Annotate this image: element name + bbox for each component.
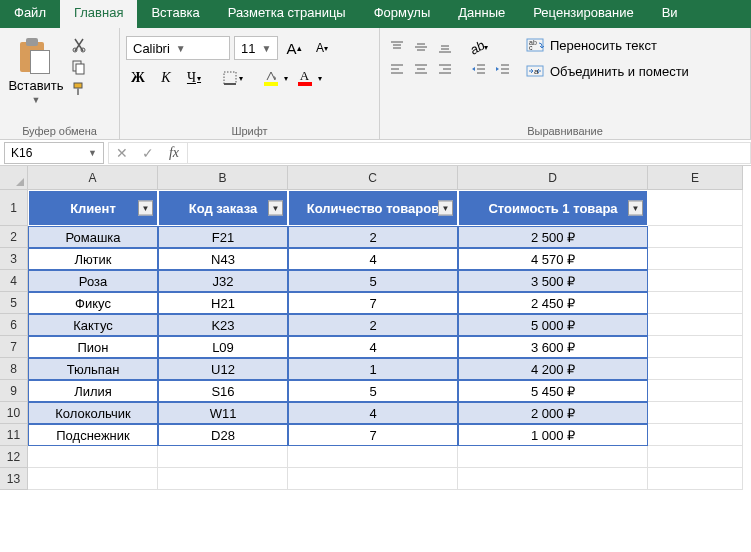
cell[interactable] xyxy=(648,190,743,226)
cell[interactable]: N43 xyxy=(158,248,288,270)
cell[interactable]: 4 200 ₽ xyxy=(458,358,648,380)
filter-dropdown-button[interactable]: ▼ xyxy=(438,201,453,216)
cell[interactable] xyxy=(648,226,743,248)
cell[interactable]: Тюльпан xyxy=(28,358,158,380)
cell[interactable] xyxy=(648,424,743,446)
font-name-combo[interactable]: Calibri▼ xyxy=(126,36,230,60)
cell[interactable]: 4 xyxy=(288,336,458,358)
align-center-button[interactable] xyxy=(410,58,432,80)
filter-dropdown-button[interactable]: ▼ xyxy=(628,201,643,216)
cell[interactable]: Клиент▼ xyxy=(28,190,158,226)
cell[interactable]: 5 xyxy=(288,380,458,402)
cell[interactable]: 3 600 ₽ xyxy=(458,336,648,358)
cell[interactable]: Подснежник xyxy=(28,424,158,446)
row-header[interactable]: 10 xyxy=(0,402,28,424)
copy-button[interactable] xyxy=(70,58,88,76)
column-header[interactable]: B xyxy=(158,166,288,190)
cell[interactable]: J32 xyxy=(158,270,288,292)
cell[interactable]: 3 500 ₽ xyxy=(458,270,648,292)
cell[interactable]: Количество товаров▼ xyxy=(288,190,458,226)
cell[interactable] xyxy=(648,358,743,380)
cell[interactable]: 4 570 ₽ xyxy=(458,248,648,270)
column-header[interactable]: E xyxy=(648,166,743,190)
align-bottom-button[interactable] xyxy=(434,36,456,58)
wrap-text-button[interactable]: abc Переносить текст xyxy=(526,34,689,56)
cell[interactable]: Код заказа▼ xyxy=(158,190,288,226)
cell[interactable] xyxy=(288,446,458,468)
align-left-button[interactable] xyxy=(386,58,408,80)
tab-home[interactable]: Главная xyxy=(60,0,137,28)
cell[interactable]: 1 xyxy=(288,358,458,380)
tab-data[interactable]: Данные xyxy=(444,0,519,28)
cell[interactable] xyxy=(648,380,743,402)
cell[interactable] xyxy=(648,270,743,292)
increase-indent-button[interactable] xyxy=(492,58,514,80)
orientation-button[interactable]: ab▾ xyxy=(468,36,490,58)
underline-button[interactable]: Ч▾ xyxy=(182,66,206,90)
merge-center-button[interactable]: a Объединить и помести xyxy=(526,60,689,82)
cell[interactable] xyxy=(158,468,288,490)
cell[interactable]: U12 xyxy=(158,358,288,380)
tab-review[interactable]: Рецензирование xyxy=(519,0,647,28)
font-color-button[interactable]: A ▾ xyxy=(292,66,322,90)
fill-color-button[interactable]: ▾ xyxy=(258,66,288,90)
cell[interactable] xyxy=(458,468,648,490)
cell[interactable] xyxy=(648,248,743,270)
cell[interactable] xyxy=(648,314,743,336)
cell[interactable]: Пион xyxy=(28,336,158,358)
cell[interactable]: Фикус xyxy=(28,292,158,314)
cell[interactable]: 5 450 ₽ xyxy=(458,380,648,402)
formula-input[interactable] xyxy=(188,142,751,164)
cell[interactable] xyxy=(158,446,288,468)
enter-formula-button[interactable]: ✓ xyxy=(135,143,161,163)
cell[interactable]: Кактус xyxy=(28,314,158,336)
filter-dropdown-button[interactable]: ▼ xyxy=(138,201,153,216)
name-box[interactable]: K16 ▼ xyxy=(4,142,104,164)
font-size-combo[interactable]: 11▼ xyxy=(234,36,278,60)
cell[interactable]: F21 xyxy=(158,226,288,248)
tab-view[interactable]: Ви xyxy=(648,0,692,28)
borders-button[interactable]: ▾ xyxy=(220,66,244,90)
cell[interactable]: Ромашка xyxy=(28,226,158,248)
align-top-button[interactable] xyxy=(386,36,408,58)
cell[interactable] xyxy=(648,292,743,314)
cell[interactable]: H21 xyxy=(158,292,288,314)
increase-font-button[interactable]: A▴ xyxy=(282,36,306,60)
cell[interactable]: 5 xyxy=(288,270,458,292)
cell[interactable]: 2 000 ₽ xyxy=(458,402,648,424)
row-header[interactable]: 6 xyxy=(0,314,28,336)
tab-formulas[interactable]: Формулы xyxy=(360,0,445,28)
row-header[interactable]: 12 xyxy=(0,446,28,468)
decrease-indent-button[interactable] xyxy=(468,58,490,80)
cell[interactable]: 4 xyxy=(288,402,458,424)
insert-function-button[interactable]: fx xyxy=(161,143,187,163)
cell[interactable]: Роза xyxy=(28,270,158,292)
row-header[interactable]: 9 xyxy=(0,380,28,402)
cell[interactable] xyxy=(288,468,458,490)
cell[interactable]: W11 xyxy=(158,402,288,424)
cell[interactable]: D28 xyxy=(158,424,288,446)
paste-button[interactable]: Вставить ▼ xyxy=(6,32,66,105)
row-header[interactable]: 11 xyxy=(0,424,28,446)
cell[interactable]: 2 500 ₽ xyxy=(458,226,648,248)
cell[interactable] xyxy=(28,446,158,468)
row-header[interactable]: 3 xyxy=(0,248,28,270)
cell[interactable] xyxy=(28,468,158,490)
row-header[interactable]: 2 xyxy=(0,226,28,248)
cell[interactable]: 2 xyxy=(288,226,458,248)
tab-insert[interactable]: Вставка xyxy=(137,0,213,28)
format-painter-button[interactable] xyxy=(70,80,88,98)
cell[interactable]: 2 450 ₽ xyxy=(458,292,648,314)
tab-page-layout[interactable]: Разметка страницы xyxy=(214,0,360,28)
cell[interactable] xyxy=(648,468,743,490)
row-header[interactable]: 4 xyxy=(0,270,28,292)
bold-button[interactable]: Ж xyxy=(126,66,150,90)
align-right-button[interactable] xyxy=(434,58,456,80)
cell[interactable]: Лютик xyxy=(28,248,158,270)
cell[interactable]: K23 xyxy=(158,314,288,336)
align-middle-button[interactable] xyxy=(410,36,432,58)
cell[interactable]: S16 xyxy=(158,380,288,402)
column-header[interactable]: C xyxy=(288,166,458,190)
cell[interactable]: Колокольчик xyxy=(28,402,158,424)
cell[interactable]: 5 000 ₽ xyxy=(458,314,648,336)
